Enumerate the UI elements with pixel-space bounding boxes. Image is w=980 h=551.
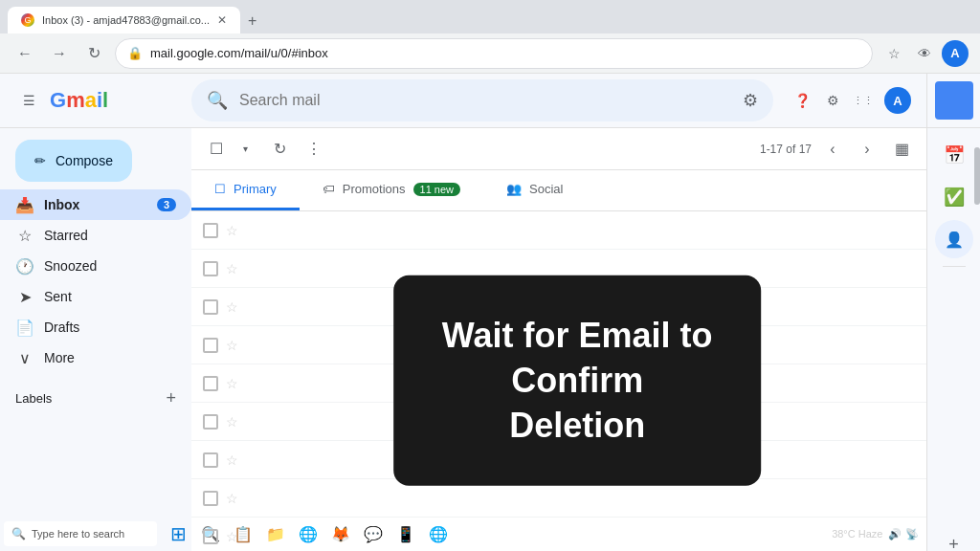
scrollbar-thumb[interactable] xyxy=(974,147,980,205)
contacts-btn[interactable]: 👤 xyxy=(935,220,973,258)
taskbar-search-text[interactable]: Type here to search xyxy=(32,528,124,540)
taskbar-windows-btn[interactable]: ⊞ xyxy=(163,518,193,549)
sidebar: ✏ Compose 📥 Inbox 3 ☆ Starred 🕐 Snoozed … xyxy=(0,128,191,551)
menu-btn[interactable]: ☰ xyxy=(15,87,42,114)
table-row[interactable]: ☆ xyxy=(191,518,926,551)
active-tab[interactable]: G Inbox (3) - amjad47883@gmail.co... ✕ xyxy=(8,7,240,33)
inbox-label: Inbox xyxy=(44,197,147,212)
row-checkbox[interactable] xyxy=(203,338,218,353)
tab-title: Inbox (3) - amjad47883@gmail.co... xyxy=(42,14,210,26)
promotions-tab-icon: 🏷 xyxy=(323,182,335,196)
row-checkbox[interactable] xyxy=(203,414,218,430)
gmail-header: ☰ Gmail 🔍 ⚙ ❓ ⚙ ⋮⋮ A xyxy=(0,74,980,128)
view-toggle-btn[interactable]: ▦ xyxy=(888,136,915,163)
address-text: mail.google.com/mail/u/0/#inbox xyxy=(150,46,860,60)
row-checkbox[interactable] xyxy=(203,452,218,468)
view-icon: ▦ xyxy=(895,140,909,158)
tasks-btn[interactable]: ✅ xyxy=(935,178,973,216)
apps-btn[interactable]: ⋮⋮ xyxy=(850,87,877,114)
next-icon: › xyxy=(864,141,869,158)
search-bar[interactable]: 🔍 ⚙ xyxy=(191,79,773,121)
star-icon[interactable]: ☆ xyxy=(226,491,238,506)
new-tab-btn[interactable]: + xyxy=(240,9,264,33)
starred-icon: ☆ xyxy=(15,227,34,245)
forward-btn[interactable]: → xyxy=(46,40,73,67)
snoozed-icon: 🕐 xyxy=(15,257,34,276)
search-filter-icon[interactable]: ⚙ xyxy=(743,90,758,111)
add-panel-btn[interactable]: + xyxy=(935,525,973,551)
next-page-btn[interactable]: › xyxy=(854,136,880,163)
drafts-icon: 📄 xyxy=(15,319,34,337)
compose-btn[interactable]: ✏ Compose xyxy=(15,140,132,182)
row-checkbox[interactable] xyxy=(203,529,218,544)
panel-divider xyxy=(943,266,966,267)
menu-icon: ☰ xyxy=(23,93,35,108)
promotions-tab-label: Promotions xyxy=(343,182,406,196)
address-bar[interactable]: 🔒 mail.google.com/mail/u/0/#inbox xyxy=(115,38,873,69)
sidebar-item-snoozed[interactable]: 🕐 Snoozed xyxy=(0,251,191,281)
star-icon[interactable]: ☆ xyxy=(226,338,238,353)
primary-tab-icon: ☐ xyxy=(214,182,226,196)
social-tab-icon: 👥 xyxy=(506,182,522,196)
select-all-btn[interactable]: ☐ xyxy=(203,136,230,163)
row-checkbox[interactable] xyxy=(203,299,218,315)
tab-social[interactable]: 👥 Social xyxy=(483,170,586,210)
social-tab-label: Social xyxy=(529,182,563,196)
refresh-btn[interactable]: ↻ xyxy=(266,136,293,163)
more-icon: ⋮ xyxy=(306,140,322,158)
row-checkbox[interactable] xyxy=(203,223,218,238)
taskbar-search-icon: 🔍 xyxy=(11,527,26,540)
star-icon[interactable]: ☆ xyxy=(226,414,238,430)
labels-title: Labels xyxy=(15,391,166,406)
table-row[interactable]: ☆ xyxy=(191,211,926,250)
select-dropdown-btn[interactable]: ▾ xyxy=(232,136,258,163)
back-btn[interactable]: ← xyxy=(11,40,38,67)
browser-nav: ← → ↻ 🔒 mail.google.com/mail/u/0/#inbox … xyxy=(0,33,980,74)
sidebar-item-inbox[interactable]: 📥 Inbox 3 xyxy=(0,189,191,220)
sidebar-item-more[interactable]: ∨ More xyxy=(0,342,191,373)
calendar-btn[interactable]: 📅 xyxy=(935,136,973,174)
sidebar-item-sent[interactable]: ➤ Sent xyxy=(0,281,191,312)
prev-page-btn[interactable]: ‹ xyxy=(819,136,846,163)
starred-label: Starred xyxy=(44,228,176,243)
more-options-btn[interactable]: ⋮ xyxy=(301,136,327,163)
settings-btn[interactable]: ⚙ xyxy=(819,87,846,114)
sent-label: Sent xyxy=(44,289,176,304)
browser-chrome: G Inbox (3) - amjad47883@gmail.co... ✕ + xyxy=(0,0,980,33)
contacts-icon: 👤 xyxy=(945,231,964,249)
prev-icon: ‹ xyxy=(830,141,835,158)
help-btn[interactable]: ❓ xyxy=(789,87,815,114)
bookmark-btn[interactable]: ☆ xyxy=(880,40,907,67)
more-label: More xyxy=(44,350,176,365)
chevron-down-icon: ▾ xyxy=(243,143,248,154)
checkbox-icon: ☐ xyxy=(210,140,223,158)
tab-primary[interactable]: ☐ Primary xyxy=(191,170,300,210)
star-icon[interactable]: ☆ xyxy=(226,529,238,544)
tab-close-btn[interactable]: ✕ xyxy=(217,13,227,27)
labels-section: Labels + xyxy=(0,381,191,416)
refresh-btn[interactable]: ↻ xyxy=(80,40,107,67)
tab-promotions[interactable]: 🏷 Promotions 11 new xyxy=(300,170,483,210)
compose-label: Compose xyxy=(56,153,113,168)
star-icon[interactable]: ☆ xyxy=(226,376,238,391)
search-input[interactable] xyxy=(239,92,731,109)
sidebar-item-starred[interactable]: ☆ Starred xyxy=(0,220,191,251)
star-icon[interactable]: ☆ xyxy=(226,299,238,315)
labels-add-btn[interactable]: + xyxy=(166,388,176,408)
browser-tabs: G Inbox (3) - amjad47883@gmail.co... ✕ + xyxy=(8,0,264,33)
row-checkbox[interactable] xyxy=(203,376,218,391)
row-checkbox[interactable] xyxy=(203,491,218,506)
star-icon[interactable]: ☆ xyxy=(226,261,238,276)
star-icon[interactable]: ☆ xyxy=(226,452,238,468)
row-checkbox[interactable] xyxy=(203,261,218,276)
gmail-logo[interactable]: Gmail xyxy=(50,88,108,113)
nav-icons: ☆ 👁 A xyxy=(880,40,969,67)
browser-user-avatar[interactable]: A xyxy=(942,40,969,67)
sidebar-item-drafts[interactable]: 📄 Drafts xyxy=(0,312,191,342)
extension-btn[interactable]: 👁 xyxy=(911,40,938,67)
drafts-label: Drafts xyxy=(44,320,176,335)
toolbar: ☐ ▾ ↻ ⋮ 1-17 of 17 ‹ › xyxy=(191,128,926,170)
primary-tab-label: Primary xyxy=(234,182,277,196)
gmail-user-avatar[interactable]: A xyxy=(884,87,911,114)
star-icon[interactable]: ☆ xyxy=(226,223,238,238)
